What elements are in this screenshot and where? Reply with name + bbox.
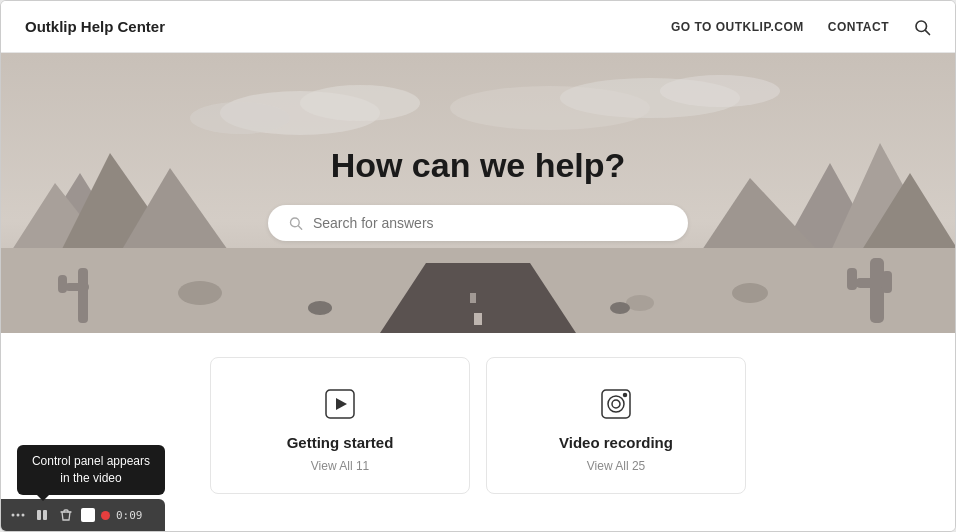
svg-point-42 xyxy=(17,514,20,517)
search-icon[interactable] xyxy=(913,18,931,36)
svg-rect-45 xyxy=(43,510,47,520)
stop-button[interactable] xyxy=(81,508,95,522)
camera-icon xyxy=(598,386,634,422)
svg-marker-36 xyxy=(336,398,347,410)
tooltip-bubble: Control panel appears in the video xyxy=(17,445,165,495)
svg-point-43 xyxy=(22,514,25,517)
record-indicator xyxy=(101,511,110,520)
search-bar[interactable] xyxy=(268,205,688,241)
timer-display: 0:09 xyxy=(116,509,143,522)
pause-button[interactable] xyxy=(33,506,51,524)
search-input[interactable] xyxy=(313,215,668,231)
hero-content: How can we help? xyxy=(1,53,955,333)
card-getting-started[interactable]: Getting started View All 11 xyxy=(210,357,470,494)
site-logo: Outklip Help Center xyxy=(25,18,165,35)
dots-menu-button[interactable] xyxy=(9,506,27,524)
trash-button[interactable] xyxy=(57,506,75,524)
card-getting-started-title: Getting started xyxy=(287,434,394,451)
card-video-recording-title: Video recording xyxy=(559,434,673,451)
control-bar: 0:09 xyxy=(1,499,165,531)
svg-line-34 xyxy=(298,225,301,228)
header: Outklip Help Center GO TO OUTKLIP.COM CO… xyxy=(1,1,955,53)
svg-point-39 xyxy=(612,400,620,408)
nav-go-to-site[interactable]: GO TO OUTKLIP.COM xyxy=(671,20,804,34)
svg-point-40 xyxy=(624,394,627,397)
hero-title: How can we help? xyxy=(331,146,626,185)
search-icon-hero xyxy=(288,215,303,231)
card-video-recording[interactable]: Video recording View All 25 xyxy=(486,357,746,494)
control-overlay: Control panel appears in the video xyxy=(1,445,165,531)
svg-point-41 xyxy=(12,514,15,517)
hero-banner: How can we help? xyxy=(1,53,955,333)
browser-frame: Outklip Help Center GO TO OUTKLIP.COM CO… xyxy=(0,0,956,532)
svg-point-38 xyxy=(608,396,624,412)
nav-contact[interactable]: CONTACT xyxy=(828,20,889,34)
card-video-recording-link[interactable]: View All 25 xyxy=(587,459,645,473)
svg-rect-44 xyxy=(37,510,41,520)
play-icon xyxy=(322,386,358,422)
svg-line-1 xyxy=(925,30,929,34)
card-getting-started-link[interactable]: View All 11 xyxy=(311,459,369,473)
header-nav: GO TO OUTKLIP.COM CONTACT xyxy=(671,18,931,36)
